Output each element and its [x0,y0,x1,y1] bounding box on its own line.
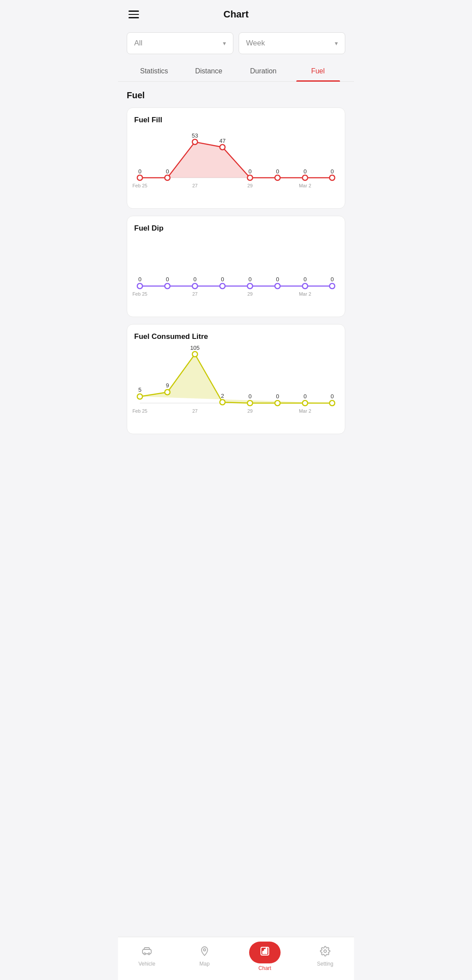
bottom-nav: Vehicle Map Chart [118,937,354,980]
tab-duration[interactable]: Duration [236,61,291,81]
period-filter[interactable]: Week ▾ [239,32,345,54]
fuel-consumed-card: Fuel Consumed Litre 5 9 105 2 0 0 0 [127,324,345,434]
fuel-dip-chart: 0 0 0 0 0 0 0 0 Feb 25 27 29 Mar 2 [134,238,338,308]
vehicle-filter[interactable]: All ▾ [127,32,233,54]
svg-point-8 [302,175,308,180]
vehicle-icon [142,946,152,959]
svg-text:Mar 2: Mar 2 [299,183,311,188]
svg-text:105: 105 [190,345,200,351]
svg-rect-71 [264,949,266,954]
chevron-down-icon: ▾ [223,40,226,47]
svg-text:Feb 25: Feb 25 [132,408,147,414]
svg-text:0: 0 [330,276,333,283]
svg-text:0: 0 [303,276,306,283]
svg-text:Mar 2: Mar 2 [299,408,311,414]
svg-point-25 [192,283,198,289]
main-content: Fuel Fuel Fill 0 0 53 47 0 0 0 [118,82,354,485]
svg-text:0: 0 [166,168,169,175]
svg-point-66 [144,953,146,955]
svg-point-48 [220,400,225,405]
tab-distance[interactable]: Distance [181,61,236,81]
svg-point-26 [220,283,225,289]
svg-point-28 [275,283,280,289]
svg-rect-72 [266,948,267,954]
nav-chart-label: Chart [258,965,271,971]
filters-row: All ▾ Week ▾ [118,25,354,61]
svg-text:0: 0 [248,393,251,400]
svg-text:29: 29 [247,183,253,188]
svg-text:0: 0 [276,276,279,283]
svg-point-49 [247,400,253,406]
nav-vehicle[interactable]: Vehicle [134,946,160,967]
svg-point-27 [247,283,253,289]
svg-text:0: 0 [330,168,333,175]
svg-text:Mar 2: Mar 2 [299,291,311,297]
svg-text:0: 0 [303,168,306,175]
svg-point-23 [137,283,142,289]
chart-icon [260,946,270,959]
header: Chart [118,0,354,25]
svg-point-6 [247,175,253,180]
svg-point-51 [302,400,308,406]
period-filter-value: Week [246,39,265,48]
section-title: Fuel [127,90,345,100]
svg-point-3 [165,175,170,180]
nav-chart-wrapper: Chart [249,942,281,971]
svg-point-7 [275,175,280,180]
svg-text:27: 27 [192,183,198,188]
svg-text:29: 29 [247,408,253,414]
vehicle-filter-value: All [134,39,142,48]
svg-point-45 [137,394,142,399]
menu-button[interactable] [128,10,139,18]
svg-text:0: 0 [303,393,306,400]
tabs-bar: Statistics Distance Duration Fuel [118,61,354,82]
svg-point-29 [302,283,308,289]
fuel-consumed-title: Fuel Consumed Litre [134,332,338,341]
fuel-dip-title: Fuel Dip [134,224,338,233]
fuel-dip-card: Fuel Dip 0 0 0 0 0 0 0 0 Feb 25 [127,216,345,317]
svg-point-30 [330,283,335,289]
nav-chart[interactable] [249,942,281,963]
fuel-consumed-chart: 5 9 105 2 0 0 0 0 Feb 25 27 29 Mar 2 [134,346,338,425]
svg-text:Feb 25: Feb 25 [132,183,147,188]
svg-text:Feb 25: Feb 25 [132,291,147,297]
nav-setting-label: Setting [317,961,333,967]
svg-text:27: 27 [192,291,198,297]
nav-vehicle-label: Vehicle [139,961,156,967]
svg-point-67 [148,953,150,955]
page-title: Chart [223,9,248,20]
svg-text:47: 47 [219,138,226,144]
svg-text:2: 2 [221,393,224,399]
fuel-fill-title: Fuel Fill [134,116,338,124]
setting-icon [320,946,330,959]
svg-point-2 [137,175,142,180]
svg-text:53: 53 [192,132,198,139]
svg-text:0: 0 [166,276,169,283]
svg-point-24 [165,283,170,289]
svg-text:0: 0 [248,276,251,283]
tab-fuel[interactable]: Fuel [291,61,345,81]
svg-point-68 [204,949,206,951]
svg-point-9 [330,175,335,180]
nav-map-label: Map [199,961,209,967]
svg-text:5: 5 [138,386,141,393]
svg-text:29: 29 [247,291,253,297]
tab-statistics[interactable]: Statistics [127,61,181,81]
svg-text:0: 0 [221,276,224,283]
svg-text:0: 0 [138,168,141,175]
svg-point-4 [192,139,198,145]
nav-setting[interactable]: Setting [312,946,338,967]
svg-point-50 [275,400,280,406]
svg-point-47 [192,352,198,357]
svg-text:9: 9 [166,382,169,389]
svg-text:0: 0 [330,393,333,400]
svg-point-5 [220,145,225,150]
map-icon [199,946,210,959]
svg-text:0: 0 [138,276,141,283]
svg-rect-70 [263,951,264,954]
svg-text:0: 0 [193,276,196,283]
nav-map[interactable]: Map [191,946,218,967]
svg-point-73 [324,950,326,952]
fuel-fill-chart: 0 0 53 47 0 0 0 0 Feb 25 27 29 Mar 2 [134,130,338,200]
svg-point-52 [330,400,335,406]
